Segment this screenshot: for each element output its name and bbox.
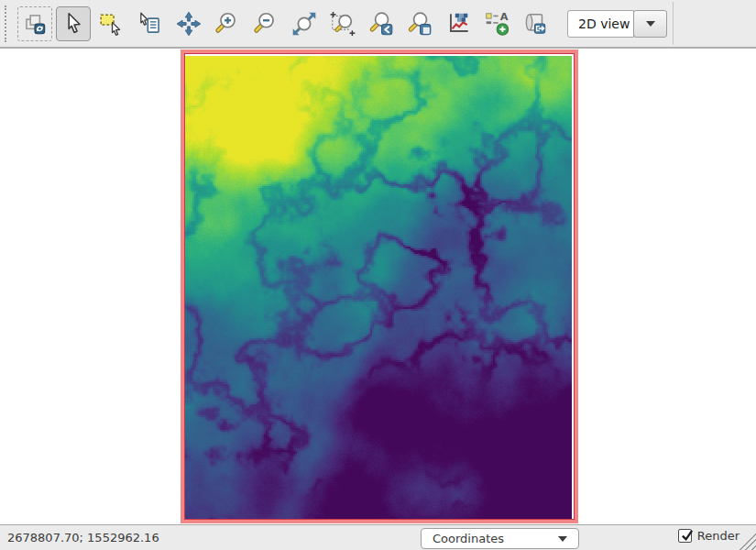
render-checkbox[interactable] (678, 529, 692, 543)
render-display-button[interactable] (17, 6, 52, 41)
select-features-icon (98, 10, 126, 38)
zoom-previous-icon (367, 10, 395, 38)
pan-icon (175, 10, 203, 38)
zoom-to-region-button[interactable] (325, 6, 360, 41)
region-extent-border-inner (184, 53, 575, 520)
pointer-button[interactable] (56, 6, 91, 41)
save-display-button[interactable] (518, 6, 553, 41)
elevation-raster (185, 56, 572, 519)
zoom-previous-button[interactable] (364, 6, 399, 41)
coordinate-readout: 2678807.70; 1552962.16 (7, 531, 159, 544)
resize-grip[interactable] (738, 530, 756, 550)
view-mode-text: 2D view (578, 16, 630, 31)
view-mode-dropdown-button[interactable] (633, 10, 667, 38)
analyze-map-icon (444, 10, 472, 38)
view-mode-value: 2D view (567, 10, 634, 38)
zoom-to-extent-button[interactable] (287, 6, 322, 41)
zoom-out-icon (252, 10, 279, 38)
pan-button[interactable] (171, 6, 206, 41)
zoom-options-icon (406, 10, 433, 38)
render-label: Render (697, 529, 740, 543)
render-toggle[interactable]: Render (678, 529, 740, 543)
chevron-down-icon (646, 21, 655, 27)
statusbar-mode-text: Coordinates (433, 532, 504, 545)
analyze-map-button[interactable] (441, 6, 476, 41)
query-button[interactable] (133, 6, 168, 41)
map-display-window: A 2D view (0, 0, 756, 550)
zoom-in-icon (214, 10, 241, 38)
region-extent-border (181, 50, 578, 523)
zoom-in-button[interactable] (210, 6, 245, 41)
toolbar-drag-handle[interactable] (5, 6, 9, 42)
statusbar-mode-select[interactable]: Coordinates (421, 528, 579, 549)
save-display-icon (521, 10, 549, 38)
chevron-down-icon (558, 536, 567, 542)
add-overlay-icon: A (483, 10, 510, 38)
view-mode-select[interactable]: 2D view (567, 10, 667, 38)
zoom-extent-icon (290, 10, 318, 38)
statusbar: 2678807.70; 1552962.16 Coordinates Rende… (0, 524, 756, 550)
add-map-elements-button[interactable]: A (479, 6, 514, 41)
query-icon (137, 10, 164, 38)
check-icon (680, 528, 695, 543)
pointer-icon (60, 10, 87, 38)
map-canvas[interactable] (0, 49, 756, 524)
zoom-region-icon (329, 10, 356, 38)
toolbar: A 2D view (0, 0, 756, 49)
svg-text:A: A (500, 11, 509, 23)
re-render-icon (21, 10, 49, 38)
toolbar-separator (673, 2, 674, 45)
zoom-out-button[interactable] (248, 6, 283, 41)
select-features-button[interactable] (94, 6, 129, 41)
zoom-options-button[interactable] (402, 6, 437, 41)
